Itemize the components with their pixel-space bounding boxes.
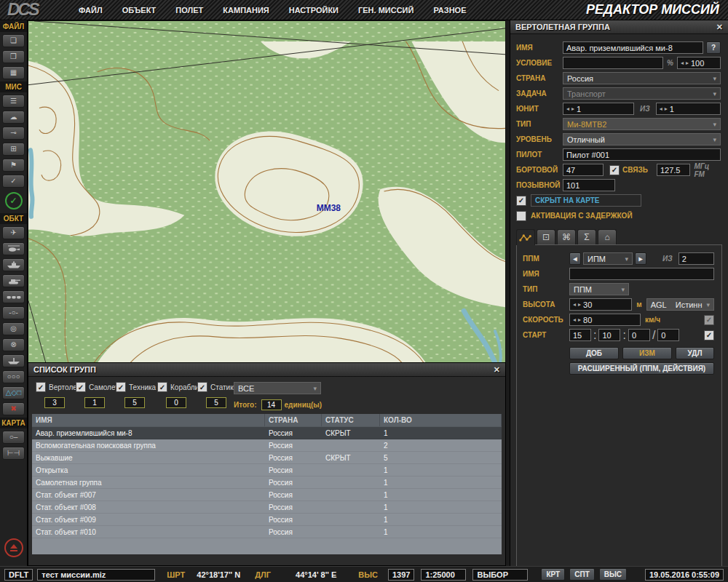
add-waypoint-button[interactable]: ДОБ [569, 347, 619, 359]
stepper-right-icon[interactable]: ▸ [665, 105, 668, 112]
stepper-right-icon[interactable]: ▸ [571, 105, 574, 112]
tab-actions[interactable]: ⌘ [557, 229, 576, 244]
start-day-input[interactable]: 0 [657, 329, 679, 341]
mission-check-icon[interactable]: ✓ [5, 192, 23, 210]
start-hours-input[interactable]: 15 [569, 329, 591, 341]
table-row[interactable]: Стат. объект #007Россия1 [32, 489, 502, 501]
weather-icon[interactable]: ☁ [2, 111, 25, 124]
layer-button-спт[interactable]: СПТ [569, 568, 595, 581]
hidden-on-map-checkbox[interactable] [516, 196, 526, 206]
table-row[interactable]: Стат. объект #010Россия1 [32, 526, 502, 538]
help-button[interactable]: ? [706, 41, 721, 54]
save-mission-icon[interactable]: ▦ [2, 66, 25, 79]
start-minutes-input[interactable]: 10 [598, 329, 620, 341]
table-row[interactable]: Самолетная группаРоссия1 [32, 477, 502, 489]
altitude-mode-dropdown[interactable]: AGL Истинн [646, 298, 714, 311]
tab-group[interactable]: ⊡ [537, 229, 555, 244]
skill-dropdown[interactable]: Отличный [563, 133, 721, 146]
airplane-icon[interactable]: ✈ [2, 226, 25, 239]
ruler-icon[interactable]: ⊢⊣ [2, 447, 25, 460]
tab-summary[interactable]: Σ [577, 229, 596, 244]
menu-item-полет[interactable]: ПОЛЕТ [175, 6, 203, 15]
edit-waypoint-button[interactable]: ИЗМ [622, 347, 672, 359]
country-dropdown[interactable]: Россия [563, 72, 721, 84]
delete-waypoint-button[interactable]: УДЛ [676, 347, 714, 359]
stepper-right-icon[interactable]: ▸ [578, 316, 581, 323]
triggers-icon[interactable]: ⊸ [2, 127, 25, 140]
table-row[interactable]: Стат. объект #008Россия1 [32, 501, 502, 514]
board-number-input[interactable]: 47 [563, 164, 604, 176]
stepper-left-icon[interactable]: ◂ [566, 105, 569, 112]
stepper-left-icon[interactable]: ◂ [573, 316, 576, 323]
close-icon[interactable]: ✕ [716, 23, 723, 32]
map-key-icon[interactable]: ○– [2, 431, 25, 444]
layer-button-крт[interactable]: КРТ [541, 568, 565, 581]
filter-checkbox-техника[interactable] [116, 382, 126, 392]
stepper-right-icon[interactable]: ▸ [578, 301, 581, 308]
menu-item-настройки[interactable]: НАСТРОЙКИ [289, 6, 339, 15]
map-viewport[interactable]: ММ38 [28, 20, 506, 364]
briefing-icon[interactable]: ☰ [2, 95, 25, 108]
stepper-left-icon[interactable]: ◂ [660, 105, 662, 112]
linked-group-icon[interactable]: ○○○ [2, 370, 25, 383]
mission-options-icon[interactable]: ⊞ [2, 143, 25, 156]
menu-item-файл[interactable]: ФАЙЛ [79, 6, 103, 15]
menu-item-объект[interactable]: ОБЪЕКТ [122, 6, 157, 15]
template-icon[interactable]: △◇□ [2, 386, 25, 399]
new-mission-icon[interactable]: ❏ [2, 34, 25, 47]
goals-icon[interactable]: ⚑ [2, 159, 25, 172]
tab-payload[interactable]: ⌂ [598, 229, 617, 244]
open-mission-icon[interactable]: ❒ [2, 50, 25, 63]
filter-checkbox-самолеты[interactable] [76, 382, 86, 392]
stepper-right-icon[interactable]: ▸ [686, 60, 689, 66]
late-activation-checkbox[interactable] [516, 211, 526, 221]
static-object-icon[interactable] [2, 290, 25, 303]
column-name[interactable]: ИМЯ [32, 414, 265, 426]
menu-item-разное[interactable]: РАЗНОЕ [433, 6, 466, 15]
table-row[interactable]: ОткрыткаРоссия1 [32, 464, 502, 477]
next-waypoint-button[interactable]: ▸ [635, 252, 646, 265]
advanced-actions-button[interactable]: РАСШИРЕННЫЙ (ППМ, ДЕЙСТВИЯ) [569, 362, 714, 375]
map-scale[interactable]: 1:25000 [421, 569, 466, 581]
stepper-left-icon[interactable]: ◂ [573, 301, 576, 308]
table-row[interactable]: Вспомогательная поисковая группаРоссия2 [32, 439, 502, 452]
column-count[interactable]: КОЛ-ВО [380, 414, 502, 426]
start-seconds-input[interactable]: 0 [628, 329, 650, 341]
column-status[interactable]: СТАТУС [322, 414, 380, 426]
table-row[interactable]: Стат. объект #009Россия1 [32, 514, 502, 526]
prev-waypoint-button[interactable]: ◂ [569, 252, 581, 265]
menu-item-ген-миссий[interactable]: ГЕН. МИССИЙ [358, 6, 414, 15]
pilot-input[interactable]: Пилот #001 [563, 148, 721, 161]
exit-editor-button[interactable] [4, 538, 23, 557]
close-icon[interactable]: ✕ [494, 365, 500, 375]
waypoint-name-input[interactable] [569, 268, 714, 280]
speed-stepper[interactable]: ◂ ▸ 80 [569, 314, 641, 326]
start-time-checkbox[interactable] [704, 330, 714, 340]
trigger-zone-icon[interactable]: ◎ [2, 322, 25, 335]
comm-checkbox[interactable] [609, 165, 620, 175]
unit-count-stepper[interactable]: ◂ ▸ 1 [563, 103, 634, 115]
tab-route[interactable] [516, 229, 535, 245]
column-country[interactable]: СТРАНА [265, 414, 322, 426]
ship-icon[interactable] [2, 258, 25, 271]
filter-checkbox-статики[interactable] [197, 382, 207, 392]
callsign-input[interactable]: 101 [563, 179, 615, 191]
group-name-input[interactable]: Авар. приземлившийся ми-8 [563, 41, 703, 54]
farp-icon[interactable] [2, 354, 25, 367]
stepper-left-icon[interactable]: ◂ [681, 60, 684, 66]
speed-lock-checkbox[interactable] [704, 315, 714, 325]
probability-stepper[interactable]: ◂ ▸ 100 [677, 57, 721, 69]
menu-item-кампания[interactable]: КАМПАНИЯ [223, 6, 269, 15]
waypoint-type-dropdown[interactable]: ИПМ [583, 252, 633, 265]
dflt-button[interactable]: DFLT [4, 569, 33, 581]
filter-checkbox-корабли[interactable] [157, 382, 167, 392]
mission-filename-input[interactable]: тест миссии.miz [37, 569, 155, 581]
vehicle-icon[interactable] [2, 274, 25, 287]
condition-input[interactable] [563, 57, 663, 69]
remove-zone-icon[interactable]: ⊗ [2, 338, 25, 351]
type-dropdown[interactable]: Ми-8МТВ2 [563, 118, 721, 130]
layer-button-выс[interactable]: ВЫС [599, 568, 627, 581]
frequency-input[interactable]: 127.5 [657, 164, 690, 176]
unit-total-stepper[interactable]: ◂ ▸ 1 [656, 103, 721, 115]
table-row[interactable]: Авар. приземлившийся ми-8РоссияСКРЫТ1 [32, 427, 502, 439]
